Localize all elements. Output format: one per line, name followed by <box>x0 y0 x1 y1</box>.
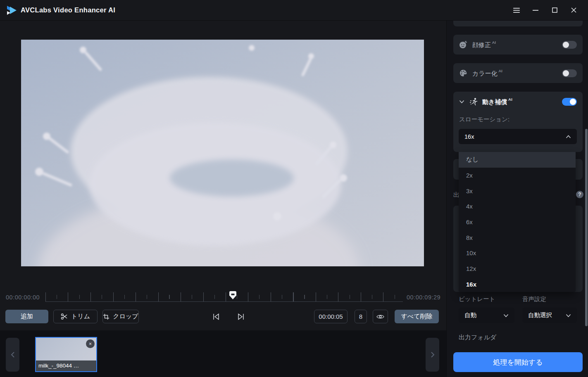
motion-runner-icon <box>469 97 478 106</box>
strip-scroll-left-button[interactable] <box>6 338 19 372</box>
audio-value: 自動選択 <box>528 311 552 319</box>
audio-settings-label: 音声設定 <box>522 295 546 303</box>
ai-badge: AI <box>499 69 503 73</box>
remove-clip-icon[interactable]: × <box>86 339 95 348</box>
bitrate-value: 自動 <box>464 311 476 319</box>
timeline-start-time: 00:00:00:00 <box>6 294 40 301</box>
frame-number-input[interactable] <box>355 310 367 323</box>
bitrate-select[interactable]: 自動 <box>459 308 514 323</box>
face-restore-label: 顔修正AI <box>472 40 496 49</box>
preview-eye-button[interactable] <box>373 310 388 323</box>
close-icon[interactable] <box>569 6 578 15</box>
crop-label: クロップ <box>113 313 138 320</box>
palette-icon <box>459 69 467 77</box>
title-bar: AVCLabs Video Enhancer AI <box>0 0 588 21</box>
app-title: AVCLabs Video Enhancer AI <box>21 6 115 14</box>
dropdown-option-8x[interactable]: 8x <box>459 230 576 245</box>
start-processing-button[interactable]: 処理を開始する <box>453 352 583 372</box>
chevron-down-icon <box>566 314 571 317</box>
motion-compensation-label: 動き補償AI <box>482 97 512 106</box>
sidebar-scrollbar[interactable] <box>585 129 588 326</box>
colorize-label: カラー化AI <box>472 69 502 78</box>
scissors-icon <box>61 313 68 320</box>
dropdown-option-3x[interactable]: 3x <box>459 183 576 199</box>
clip-filename: milk_-_98044 … <box>36 360 96 371</box>
output-folder-label: 出力フォルダ <box>459 334 496 341</box>
chevron-left-icon <box>11 351 15 358</box>
face-restore-panel: 顔修正AI <box>453 35 583 55</box>
dropdown-option-6x[interactable]: 6x <box>459 214 576 230</box>
eye-icon <box>376 314 384 320</box>
bitrate-label: ビットレート <box>459 295 495 303</box>
skip-end-button[interactable] <box>233 310 248 323</box>
app-logo-icon <box>6 5 17 16</box>
add-button[interactable]: 追加 <box>5 310 48 323</box>
strip-scroll-right-button[interactable] <box>426 338 439 372</box>
trim-button[interactable]: トリム <box>53 310 98 323</box>
chevron-right-icon <box>431 351 435 358</box>
motion-compensation-panel: 動き補償AI スローモーション: 16x <box>453 92 583 152</box>
dropdown-option-16x[interactable]: 16x <box>459 276 576 292</box>
face-icon <box>459 40 467 49</box>
colorize-toggle[interactable] <box>562 69 577 77</box>
ai-badge: AI <box>508 97 512 102</box>
crop-icon <box>103 313 110 320</box>
chevron-down-icon <box>503 314 509 317</box>
menu-icon[interactable] <box>512 6 521 15</box>
ai-badge: AI <box>492 40 496 45</box>
dropdown-option-10x[interactable]: 10x <box>459 245 576 261</box>
audio-select[interactable]: 自動選択 <box>522 308 577 323</box>
minimize-icon[interactable] <box>531 6 540 15</box>
slow-motion-select[interactable]: 16x <box>459 129 577 144</box>
dropdown-option-2x[interactable]: 2x <box>459 168 576 183</box>
delete-all-button[interactable]: すべて削除 <box>395 310 439 323</box>
slow-motion-label: スローモーション: <box>459 116 509 123</box>
face-restore-toggle[interactable] <box>562 41 577 49</box>
skip-start-button[interactable] <box>209 310 224 323</box>
timeline-ruler[interactable] <box>45 292 403 302</box>
app-window: AVCLabs Video Enhancer AI <box>0 0 588 377</box>
clip-thumbnail[interactable]: milk_-_98044 … × <box>35 337 97 372</box>
crop-button[interactable]: クロップ <box>102 310 139 323</box>
slow-motion-value: 16x <box>464 133 474 140</box>
help-icon[interactable]: ? <box>576 191 583 198</box>
motion-compensation-toggle[interactable] <box>562 98 577 106</box>
current-time-input[interactable] <box>314 310 348 323</box>
slow-motion-dropdown: なし 2x 3x 4x 6x 8x 10x 12x 16x <box>459 152 576 292</box>
chevron-up-icon <box>566 135 571 138</box>
timeline-end-time: 00:00:09:29 <box>407 294 440 301</box>
colorize-panel: カラー化AI <box>453 63 583 83</box>
maximize-icon[interactable] <box>550 6 559 15</box>
dropdown-option-none[interactable]: なし <box>459 152 576 168</box>
dropdown-option-12x[interactable]: 12x <box>459 261 576 277</box>
dropdown-option-4x[interactable]: 4x <box>459 199 576 214</box>
video-preview <box>21 40 424 266</box>
collapse-chevron-icon[interactable] <box>459 100 464 104</box>
output-row-clipped-text: 出 <box>453 191 459 199</box>
skip-end-icon <box>237 313 245 320</box>
trim-label: トリム <box>71 313 90 320</box>
playhead-marker[interactable] <box>229 291 237 300</box>
skip-start-icon <box>212 313 220 320</box>
